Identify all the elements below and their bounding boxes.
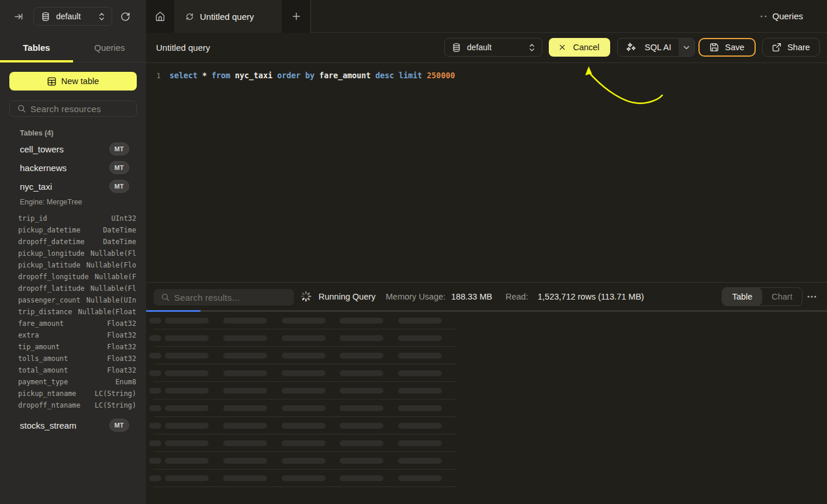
home-button[interactable]	[146, 0, 174, 33]
column-row: pickup_datetimeDateTime	[0, 224, 146, 236]
body-row: Tables Queries New table Tables (4) cell…	[0, 33, 827, 504]
sql-ai-main[interactable]: SQL AI	[618, 39, 679, 56]
chevron-up-down-icon	[99, 12, 105, 21]
column-type: Nullable(UIn	[86, 296, 136, 304]
skeleton-cell	[340, 440, 383, 446]
sidebar-search-input[interactable]	[30, 104, 130, 114]
skeleton-cell	[223, 353, 267, 359]
skeleton-cell	[398, 388, 442, 394]
skeleton-cell	[282, 335, 326, 341]
refresh-button[interactable]	[120, 11, 130, 22]
column-row: payment_typeEnum8	[0, 376, 146, 388]
code-line: 1 select * from nyc_taxi order by fare_a…	[146, 69, 827, 82]
skeleton-row	[146, 435, 827, 452]
plus-icon	[292, 12, 300, 20]
topbar: default	[0, 0, 827, 33]
column-name: dropoff_latitude	[18, 284, 85, 293]
queries-launcher[interactable]: Queries	[760, 11, 803, 21]
sql-ai-button[interactable]: SQL AI	[617, 38, 695, 57]
column-row: extraFloat32	[0, 329, 146, 341]
skeleton-cell	[149, 423, 161, 429]
sync-running-icon	[186, 13, 193, 20]
column-row: pickup_ntanameLC(String)	[0, 388, 146, 399]
results-search[interactable]	[154, 289, 294, 305]
skeleton-cell	[223, 423, 267, 429]
database-icon	[453, 43, 460, 52]
share-button[interactable]: Share	[762, 38, 820, 57]
query-status: Running Query	[319, 283, 376, 310]
skeleton-cell	[223, 370, 267, 376]
column-row: trip_distanceNullable(Float	[0, 306, 146, 318]
new-table-button[interactable]: New table	[9, 72, 137, 91]
tab-strip: Untitled query Queries	[146, 0, 827, 33]
skeleton-cell	[340, 370, 383, 376]
cancel-button[interactable]: Cancel	[549, 38, 610, 57]
database-selector-topbar[interactable]: default	[33, 7, 112, 26]
table-icon	[47, 77, 56, 86]
view-toggle-table[interactable]: Table	[722, 288, 762, 305]
skeleton-cell	[340, 388, 383, 394]
queries-launcher-label: Queries	[772, 11, 803, 21]
new-tab-button[interactable]	[282, 0, 310, 33]
database-selector-header[interactable]: default	[444, 38, 542, 57]
skeleton-cell	[149, 475, 161, 481]
table-row-hackernews[interactable]: hackernewsMT	[0, 158, 146, 177]
column-name: pickup_ntaname	[18, 390, 76, 398]
main-panel: Untitled query default	[146, 33, 827, 504]
columns-list: trip_idUInt32pickup_datetimeDateTimedrop…	[0, 213, 146, 411]
refresh-icon	[120, 12, 130, 22]
column-type: Float32	[107, 354, 136, 363]
results-search-input[interactable]	[174, 293, 285, 303]
skeleton-cell	[282, 440, 326, 446]
column-type: LC(String)	[95, 401, 136, 409]
column-name: tip_amount	[18, 343, 60, 351]
results-toolbar: Running Query Memory Usage: 188.33 MB Re…	[146, 282, 827, 310]
skeleton-cell	[282, 370, 326, 376]
column-type: Nullable(Float	[78, 308, 136, 316]
collapse-sidebar-button[interactable]	[14, 12, 24, 22]
read-label: Read:	[506, 283, 528, 310]
column-name: payment_type	[18, 378, 68, 386]
view-toggle-chart[interactable]: Chart	[762, 288, 802, 305]
skeleton-cell	[223, 318, 267, 324]
column-row: total_amountFloat32	[0, 364, 146, 376]
table-row-cell_towers[interactable]: cell_towersMT	[0, 140, 146, 158]
more-options-button[interactable]	[807, 292, 816, 301]
tab-untitled-query[interactable]: Untitled query	[174, 0, 282, 33]
skeleton-cell	[165, 318, 209, 324]
table-name: stocks_stream	[20, 420, 77, 430]
column-row: passenger_countNullable(UIn	[0, 294, 146, 306]
sql-token: *	[202, 71, 212, 80]
sql-token: fare_amount	[319, 71, 375, 80]
column-type: Nullable(Fl	[91, 284, 136, 293]
skeleton-cell	[282, 388, 326, 394]
save-button[interactable]: Save	[698, 38, 756, 57]
skeleton-cell	[398, 370, 442, 376]
skeleton-row	[146, 364, 827, 382]
sidebar-search[interactable]	[9, 100, 137, 117]
skeleton-cell	[165, 475, 209, 481]
home-icon	[155, 11, 165, 22]
skeleton-row	[146, 382, 827, 399]
app: default	[0, 0, 827, 504]
column-type: DateTime	[103, 238, 136, 246]
column-name: total_amount	[18, 366, 68, 374]
sidebar-tab-tables[interactable]: Tables	[0, 33, 73, 62]
sql-editor[interactable]: 1 select * from nyc_taxi order by fare_a…	[146, 63, 827, 282]
skeleton-row	[146, 417, 827, 435]
column-type: Float32	[107, 331, 136, 339]
sidebar-tab-queries[interactable]: Queries	[73, 33, 146, 62]
column-type: Float32	[107, 319, 136, 328]
table-row-nyc_taxi[interactable]: nyc_taxiMT	[0, 177, 146, 196]
table-row-stocks_stream[interactable]: stocks_streamMT	[0, 416, 146, 435]
save-icon	[710, 43, 719, 52]
sql-ai-dropdown[interactable]	[679, 39, 694, 56]
column-type: Float32	[107, 343, 136, 351]
skeleton-row	[146, 452, 827, 470]
column-type: Float32	[107, 366, 136, 374]
query-header: Untitled query default	[146, 33, 827, 63]
skeleton-cell	[340, 475, 383, 481]
skeleton-cell	[282, 318, 326, 324]
tables-list: cell_towersMThackernewsMTnyc_taxiMTEngin…	[0, 140, 146, 504]
collapse-right-icon	[14, 12, 24, 22]
